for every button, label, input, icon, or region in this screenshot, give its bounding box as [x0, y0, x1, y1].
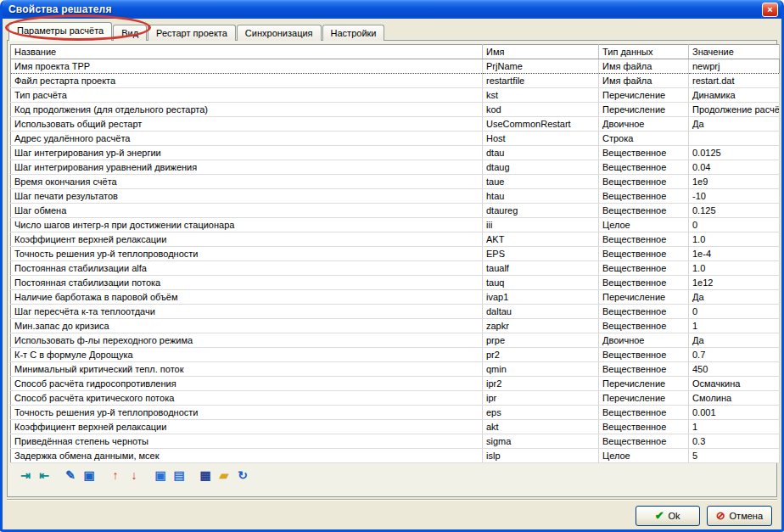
- table-row[interactable]: Файл рестарта проектаrestartfileИмя файл…: [11, 74, 780, 88]
- table-cell[interactable]: Способ расчёта гидросопротивления: [11, 377, 483, 391]
- table-cell[interactable]: newprj: [689, 59, 780, 74]
- move-down-icon[interactable]: ↓: [126, 467, 143, 484]
- table-cell[interactable]: 0: [689, 305, 780, 319]
- table-cell[interactable]: restart.dat: [689, 74, 780, 88]
- delete-rows-icon[interactable]: ⇤: [36, 467, 53, 484]
- table-row[interactable]: Шаг обменаdtauregВещественное0.125: [11, 204, 780, 218]
- table-cell[interactable]: Двоичное: [599, 117, 689, 132]
- table-cell[interactable]: iii: [483, 218, 599, 232]
- table-cell[interactable]: restartfile: [483, 74, 599, 88]
- table-cell[interactable]: 1e-4: [689, 247, 780, 261]
- table-cell[interactable]: Host: [483, 132, 599, 146]
- table-row[interactable]: Наличие барботажа в паровой объёмivap1Пе…: [11, 290, 780, 305]
- table-cell[interactable]: ipr2: [483, 377, 599, 391]
- table-cell[interactable]: Постоянная стабилизации потока: [11, 276, 483, 290]
- table-cell[interactable]: Коэффициент верхней релаксации: [11, 420, 483, 434]
- table-cell[interactable]: taualf: [483, 261, 599, 276]
- table-cell[interactable]: Строка: [599, 132, 689, 146]
- close-button[interactable]: ×: [762, 3, 778, 17]
- table-cell[interactable]: pr2: [483, 348, 599, 362]
- table-cell[interactable]: Вещественное: [599, 204, 689, 218]
- tab-4[interactable]: Синхронизация: [237, 25, 322, 41]
- open-folder-icon[interactable]: ▰: [216, 467, 232, 484]
- table-cell[interactable]: Время окончания счёта: [11, 175, 483, 189]
- column-header[interactable]: Тип данных: [599, 45, 689, 59]
- table-cell[interactable]: zapkr: [483, 319, 599, 333]
- table-cell[interactable]: Вещественное: [599, 160, 689, 175]
- cancel-button[interactable]: ⊘ Отмена: [707, 506, 772, 526]
- table-cell[interactable]: Смолина: [689, 391, 780, 406]
- table-cell[interactable]: Использовать ф-лы переходного режима: [11, 333, 483, 348]
- table-cell[interactable]: Шаг интегрирования ур-й энергии: [11, 146, 483, 160]
- table-cell[interactable]: ipr: [483, 391, 599, 406]
- table-cell[interactable]: 1.0: [689, 232, 780, 247]
- table-cell[interactable]: 1.0: [689, 261, 780, 276]
- table-cell[interactable]: Вещественное: [599, 434, 689, 449]
- table-cell[interactable]: Имя файла: [599, 74, 689, 88]
- edit-cell-icon[interactable]: ✎: [62, 467, 79, 484]
- table-cell[interactable]: Файл рестарта проекта: [11, 74, 483, 88]
- table-row[interactable]: Использовать ф-лы переходного режимаprpe…: [11, 333, 780, 348]
- column-header[interactable]: Название: [11, 45, 483, 59]
- table-cell[interactable]: -10: [689, 189, 780, 204]
- table-cell[interactable]: Постоянная стабилизации alfa: [11, 261, 483, 276]
- table-row[interactable]: Шаг печати результатовhtauВещественное-1…: [11, 189, 780, 204]
- table-cell[interactable]: 1e9: [689, 175, 780, 189]
- table-cell[interactable]: 0.04: [689, 160, 780, 175]
- table-row[interactable]: Число шагов интегр-я при достижении стац…: [11, 218, 780, 232]
- tab-5[interactable]: Настройки: [322, 25, 385, 41]
- table-cell[interactable]: Вещественное: [599, 276, 689, 290]
- column-header[interactable]: Имя: [483, 45, 599, 59]
- table-cell[interactable]: 450: [689, 362, 780, 377]
- table-row[interactable]: Задержка обмена данными, мсекislpЦелое5: [11, 449, 780, 463]
- table-cell[interactable]: 0.125: [689, 204, 780, 218]
- table-cell[interactable]: Вещественное: [599, 420, 689, 434]
- table-cell[interactable]: Мин.запас до кризиса: [11, 319, 483, 333]
- table-cell[interactable]: Да: [689, 290, 780, 305]
- table-cell[interactable]: kst: [483, 88, 599, 103]
- table-cell[interactable]: Тип расчёта: [11, 88, 483, 103]
- table-cell[interactable]: ivap1: [483, 290, 599, 305]
- table-cell[interactable]: Продолжение расчёт: [689, 103, 780, 117]
- table-cell[interactable]: Перечисление: [599, 391, 689, 406]
- tab-1[interactable]: Параметры расчёта: [8, 22, 112, 41]
- table-row[interactable]: К-т C в формуле Дорощукаpr2Вещественное0…: [11, 348, 780, 362]
- table-cell[interactable]: Адрес удалённого расчёта: [11, 132, 483, 146]
- table-cell[interactable]: Перечисление: [599, 290, 689, 305]
- table-row[interactable]: Способ расчёта критического потокаiprПер…: [11, 391, 780, 406]
- table-cell[interactable]: Вещественное: [599, 175, 689, 189]
- column-header[interactable]: Значение: [689, 45, 780, 59]
- table-cell[interactable]: Точность решения ур-й теплопроводности: [11, 406, 483, 420]
- table-cell[interactable]: 0: [689, 218, 780, 232]
- table-cell[interactable]: islp: [483, 449, 599, 463]
- table-cell[interactable]: Шаг интегрирования уравнений движения: [11, 160, 483, 175]
- table-cell[interactable]: EPS: [483, 247, 599, 261]
- table-cell[interactable]: Наличие барботажа в паровой объём: [11, 290, 483, 305]
- table-cell[interactable]: UseCommonRestart: [483, 117, 599, 132]
- table-cell[interactable]: Число шагов интегр-я при достижении стац…: [11, 218, 483, 232]
- table-cell[interactable]: Вещественное: [599, 305, 689, 319]
- table-cell[interactable]: Динамика: [689, 88, 780, 103]
- table-row[interactable]: Коэффициент верхней релаксацииAKTВеществ…: [11, 232, 780, 247]
- table-row[interactable]: Шаг пересчёта к-та теплоотдачиdaltauВеще…: [11, 305, 780, 319]
- table-cell[interactable]: taue: [483, 175, 599, 189]
- paste-rows-icon[interactable]: ▤: [171, 467, 188, 484]
- table-cell[interactable]: dtau: [483, 146, 599, 160]
- table-cell[interactable]: Вещественное: [599, 146, 689, 160]
- table-cell[interactable]: Перечисление: [599, 88, 689, 103]
- table-cell[interactable]: 0.3: [689, 434, 780, 449]
- tab-3[interactable]: Рестарт проекта: [148, 25, 236, 41]
- table-row[interactable]: Мин.запас до кризисаzapkrВещественное1: [11, 319, 780, 333]
- table-cell[interactable]: 1: [689, 420, 780, 434]
- table-row[interactable]: Шаг интегрирования уравнений движенияdta…: [11, 160, 780, 175]
- table-cell[interactable]: 0.001: [689, 406, 780, 420]
- table-row[interactable]: Код продолжения (для отдельного рестарта…: [11, 103, 780, 117]
- table-cell[interactable]: Да: [689, 333, 780, 348]
- table-cell[interactable]: Вещественное: [599, 348, 689, 362]
- table-cell[interactable]: 1e12: [689, 276, 780, 290]
- table-cell[interactable]: PrjName: [483, 59, 599, 74]
- table-cell[interactable]: Целое: [599, 218, 689, 232]
- table-cell[interactable]: dtaug: [483, 160, 599, 175]
- table-cell[interactable]: Задержка обмена данными, мсек: [11, 449, 483, 463]
- table-row[interactable]: Время окончания счётаtaueВещественное1e9: [11, 175, 780, 189]
